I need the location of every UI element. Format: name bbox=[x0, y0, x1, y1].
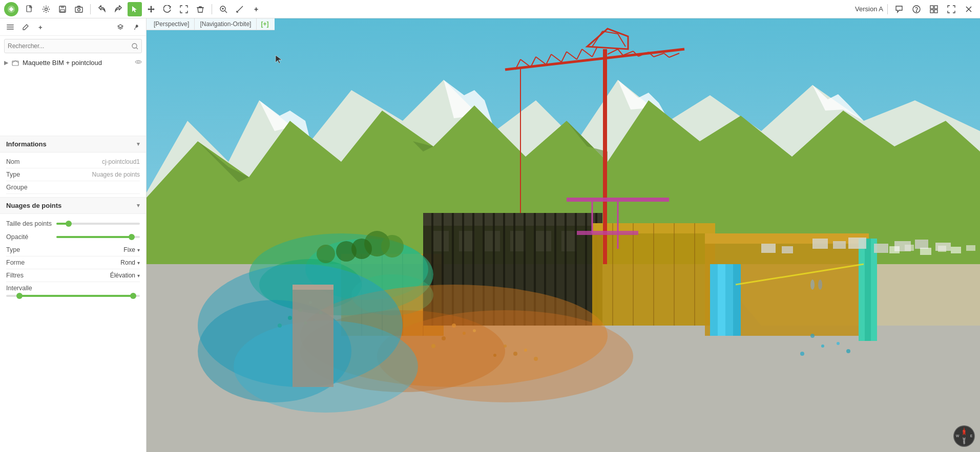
chevron-nuages-icon: ▾ bbox=[137, 202, 140, 209]
taille-points-thumb[interactable] bbox=[66, 221, 72, 227]
nuages-content: Taille des points Opacité Type Fixe bbox=[0, 214, 146, 303]
left-panel: + ▶ Maquette BIM + pointc bbox=[0, 18, 147, 452]
help-button[interactable] bbox=[909, 2, 924, 16]
opacite-thumb[interactable] bbox=[129, 234, 135, 240]
prop-forme: Forme Rond ▾ bbox=[6, 256, 140, 269]
prop-type-label: Type bbox=[6, 171, 52, 178]
svg-point-157 bbox=[431, 344, 435, 348]
svg-rect-136 bbox=[874, 244, 888, 253]
file-new-button[interactable] bbox=[23, 2, 37, 16]
section-nuages-title: Nuages de points bbox=[6, 202, 61, 209]
svg-point-153 bbox=[452, 324, 456, 328]
svg-point-154 bbox=[463, 332, 466, 335]
tree-item-label: Maquette BIM + pointcloud bbox=[23, 59, 102, 67]
intervalle-label: Intervalle bbox=[6, 285, 52, 292]
svg-rect-19 bbox=[930, 6, 933, 9]
intervalle-track bbox=[6, 295, 140, 297]
prop-type-value: Nuages de points bbox=[92, 171, 140, 178]
svg-rect-20 bbox=[934, 6, 937, 9]
prop-type-nuage-label: Type bbox=[6, 246, 52, 253]
svg-text:S: S bbox=[963, 441, 966, 444]
svg-rect-174 bbox=[966, 245, 975, 251]
settings-button[interactable] bbox=[39, 2, 53, 16]
svg-text:+: + bbox=[254, 5, 258, 13]
svg-rect-58 bbox=[561, 231, 577, 251]
section-nuages[interactable]: Nuages de points ▾ bbox=[0, 197, 146, 214]
app-logo[interactable] bbox=[4, 2, 18, 16]
pin-button[interactable] bbox=[130, 21, 142, 33]
svg-rect-172 bbox=[938, 246, 946, 252]
svg-point-159 bbox=[821, 345, 824, 348]
opacite-row: Opacité bbox=[6, 230, 140, 244]
select-button[interactable] bbox=[128, 2, 142, 16]
svg-rect-86 bbox=[718, 264, 725, 336]
prop-nom-label: Nom bbox=[6, 158, 52, 165]
separator-1 bbox=[90, 4, 91, 14]
chevron-up-icon: ▾ bbox=[137, 141, 140, 147]
svg-point-29 bbox=[132, 44, 137, 48]
close-button[interactable] bbox=[962, 2, 976, 16]
edit-panel-button[interactable] bbox=[19, 21, 32, 33]
filtres-dropdown[interactable]: Élévation ▾ bbox=[110, 272, 140, 279]
search-input[interactable] bbox=[8, 42, 132, 50]
delete-button[interactable] bbox=[193, 2, 207, 16]
svg-rect-88 bbox=[733, 264, 741, 336]
svg-rect-25 bbox=[7, 25, 14, 26]
svg-point-144 bbox=[381, 235, 404, 257]
type-dropdown[interactable]: Fixe ▾ bbox=[123, 246, 140, 253]
svg-rect-90 bbox=[865, 239, 871, 341]
zoom-button[interactable] bbox=[216, 2, 231, 16]
viewport-tab-navigation[interactable]: [Navigation-Orbite] bbox=[195, 18, 257, 30]
svg-rect-22 bbox=[934, 10, 937, 13]
svg-rect-140 bbox=[761, 244, 776, 253]
reset-button[interactable] bbox=[160, 2, 175, 16]
panel-toolbar: + bbox=[0, 18, 146, 36]
chat-button[interactable] bbox=[892, 2, 906, 16]
main-content: + ▶ Maquette BIM + pointc bbox=[0, 18, 980, 452]
svg-point-151 bbox=[278, 324, 282, 328]
intervalle-thumb-right[interactable] bbox=[130, 293, 136, 299]
move-button[interactable] bbox=[144, 2, 158, 16]
svg-rect-170 bbox=[905, 245, 914, 251]
camera-button[interactable] bbox=[72, 2, 86, 16]
svg-point-161 bbox=[837, 342, 840, 345]
svg-point-167 bbox=[493, 354, 496, 357]
add-view-button[interactable]: + bbox=[249, 2, 263, 16]
viewport-tab-perspective[interactable]: [Perspective] bbox=[149, 18, 195, 30]
viewport[interactable]: [Perspective] [Navigation-Orbite] [+] bbox=[147, 18, 980, 452]
svg-rect-91 bbox=[871, 239, 877, 341]
section-informations[interactable]: Informations ▾ bbox=[0, 136, 146, 153]
svg-rect-27 bbox=[7, 29, 14, 30]
search-bar[interactable] bbox=[4, 39, 142, 53]
forme-dropdown[interactable]: Rond ▾ bbox=[120, 259, 140, 266]
tree-item-maquette[interactable]: ▶ Maquette BIM + pointcloud bbox=[0, 56, 146, 69]
prop-forme-label: Forme bbox=[6, 259, 52, 266]
save-button[interactable] bbox=[55, 2, 70, 16]
layers-button[interactable] bbox=[114, 21, 127, 33]
svg-rect-21 bbox=[930, 10, 933, 13]
tree-arrow-icon: ▶ bbox=[4, 59, 8, 66]
svg-point-146 bbox=[336, 241, 357, 262]
grid-button[interactable] bbox=[927, 2, 941, 16]
svg-rect-133 bbox=[812, 239, 828, 249]
empty-space bbox=[0, 69, 146, 136]
undo-button[interactable] bbox=[95, 2, 109, 16]
svg-text:+: + bbox=[38, 24, 43, 31]
prop-filtres-label: Filtres bbox=[6, 272, 52, 279]
scene-3d[interactable] bbox=[147, 18, 980, 452]
redo-button[interactable] bbox=[111, 2, 126, 16]
viewport-tab-add[interactable]: [+] bbox=[257, 18, 273, 30]
eye-icon[interactable] bbox=[135, 58, 142, 67]
measure-button[interactable] bbox=[233, 2, 247, 16]
svg-point-164 bbox=[513, 352, 517, 356]
forme-dropdown-arrow: ▾ bbox=[137, 260, 140, 266]
menu-button[interactable] bbox=[4, 21, 16, 33]
intervalle-thumb-left[interactable] bbox=[16, 293, 23, 299]
opacite-label: Opacité bbox=[6, 233, 52, 241]
svg-point-156 bbox=[473, 329, 476, 332]
add-panel-button[interactable]: + bbox=[35, 21, 47, 33]
fullscreen-button[interactable] bbox=[944, 2, 958, 16]
svg-rect-176 bbox=[293, 285, 333, 290]
svg-point-166 bbox=[534, 357, 538, 361]
fit-button[interactable] bbox=[177, 2, 191, 16]
